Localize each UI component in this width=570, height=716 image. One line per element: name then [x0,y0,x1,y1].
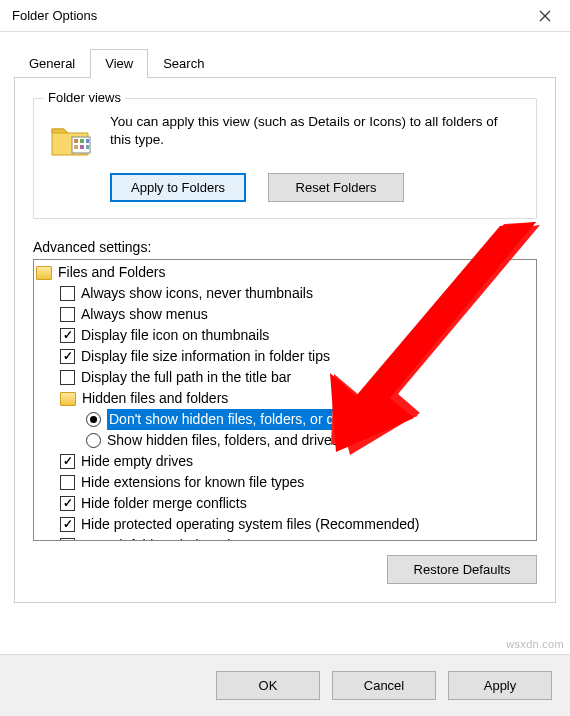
tab-general[interactable]: General [14,49,90,78]
tree-label: Hidden files and folders [82,388,228,409]
checkbox[interactable] [60,538,75,541]
checkbox[interactable] [60,475,75,490]
folder-icon [36,266,52,280]
window-title: Folder Options [12,8,97,23]
checkbox[interactable] [60,496,75,511]
advanced-settings-tree[interactable]: Files and Folders Always show icons, nev… [33,259,537,541]
folder-views-icon [50,117,94,161]
tree-radio-dont-show-hidden[interactable]: Don't show hidden files, folders, or dri… [34,409,536,430]
tree-item[interactable]: Hide empty drives [34,451,536,472]
radio[interactable] [86,412,101,427]
tree-label: Show hidden files, folders, and drives [107,430,339,451]
folder-views-label: Folder views [44,90,125,105]
tree-node-hidden-files[interactable]: Hidden files and folders [34,388,536,409]
tree-label: Hide extensions for known file types [81,472,304,493]
apply-button[interactable]: Apply [448,671,552,700]
tree-item[interactable]: Always show menus [34,304,536,325]
checkbox[interactable] [60,286,75,301]
tree-label: Launch folder windows in a separate proc… [81,535,361,541]
svg-rect-4 [74,145,78,149]
tab-search[interactable]: Search [148,49,219,78]
tree-item[interactable]: Hide folder merge conflicts [34,493,536,514]
svg-rect-6 [86,145,89,149]
checkbox[interactable] [60,307,75,322]
tree-label: Hide protected operating system files (R… [81,514,420,535]
tree-radio-show-hidden[interactable]: Show hidden files, folders, and drives [34,430,536,451]
tree-node-files-and-folders[interactable]: Files and Folders [34,262,536,283]
tree-item[interactable]: Display the full path in the title bar [34,367,536,388]
cancel-button[interactable]: Cancel [332,671,436,700]
checkbox[interactable] [60,349,75,364]
checkbox[interactable] [60,370,75,385]
titlebar: Folder Options [0,0,570,32]
svg-rect-3 [86,139,89,143]
tree-label: Display file size information in folder … [81,346,330,367]
tab-panel-view: Folder views You can apply this view (su… [14,78,556,603]
tree-label: Always show menus [81,304,208,325]
svg-rect-1 [74,139,78,143]
svg-rect-2 [80,139,84,143]
reset-folders-button[interactable]: Reset Folders [268,173,404,202]
ok-button[interactable]: OK [216,671,320,700]
tree-label: Display file icon on thumbnails [81,325,269,346]
apply-to-folders-button[interactable]: Apply to Folders [110,173,246,202]
radio[interactable] [86,433,101,448]
tree-label: Always show icons, never thumbnails [81,283,313,304]
tree-item[interactable]: Hide extensions for known file types [34,472,536,493]
tree-label: Hide folder merge conflicts [81,493,247,514]
tab-view[interactable]: View [90,49,148,78]
folder-views-group: Folder views You can apply this view (su… [33,98,537,219]
tree-label: Don't show hidden files, folders, or dri… [107,409,366,430]
svg-rect-5 [80,145,84,149]
tab-strip: General View Search [14,48,556,78]
folder-icon [60,392,76,406]
tree-item[interactable]: Display file icon on thumbnails [34,325,536,346]
checkbox[interactable] [60,454,75,469]
folder-views-description: You can apply this view (such as Details… [110,113,520,149]
tree-item[interactable]: Display file size information in folder … [34,346,536,367]
restore-defaults-button[interactable]: Restore Defaults [387,555,537,584]
advanced-settings-label: Advanced settings: [33,239,537,255]
close-icon [539,10,551,22]
checkbox[interactable] [60,517,75,532]
dialog-button-row: OK Cancel Apply [0,654,570,716]
tree-label: Display the full path in the title bar [81,367,291,388]
checkbox[interactable] [60,328,75,343]
close-button[interactable] [524,2,566,30]
tree-label: Hide empty drives [81,451,193,472]
tree-item[interactable]: Always show icons, never thumbnails [34,283,536,304]
watermark: wsxdn.com [506,638,564,650]
tree-item[interactable]: Launch folder windows in a separate proc… [34,535,536,541]
tree-item[interactable]: Hide protected operating system files (R… [34,514,536,535]
tree-label: Files and Folders [58,262,165,283]
